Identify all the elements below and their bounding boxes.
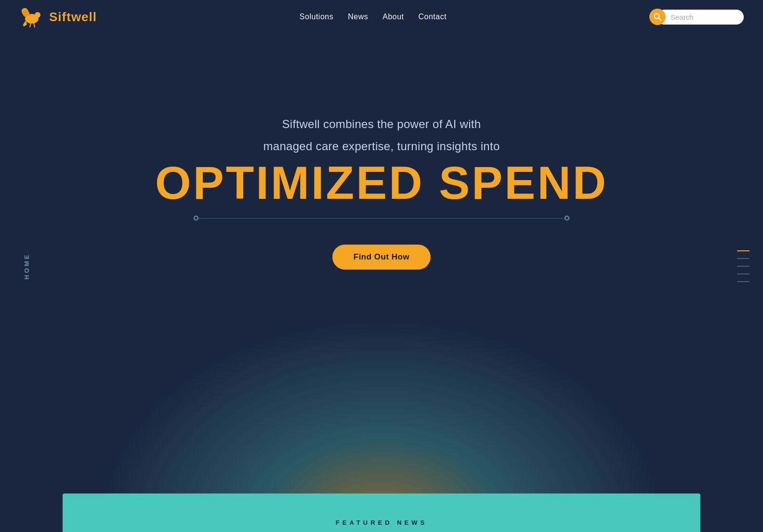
indicator-3[interactable] xyxy=(737,266,750,267)
search-area xyxy=(649,9,744,25)
svg-point-1 xyxy=(35,12,40,18)
svg-line-3 xyxy=(34,23,35,27)
search-icon-button[interactable] xyxy=(649,9,666,25)
nav-news[interactable]: News xyxy=(348,13,368,21)
nav-about[interactable]: About xyxy=(382,13,404,21)
indicator-1[interactable] xyxy=(737,250,750,251)
line-track xyxy=(198,218,565,219)
search-input[interactable] xyxy=(657,10,744,25)
nav-solutions[interactable]: Solutions xyxy=(300,13,333,21)
search-icon xyxy=(654,13,661,21)
slide-indicators xyxy=(737,250,750,282)
hero-subtitle-line2: managed care expertise, turning insights… xyxy=(155,138,608,155)
nav-links: Solutions News About Contact xyxy=(300,13,447,21)
side-home-label: HOME xyxy=(23,253,30,279)
hero-title: OPTIMIZED SPEND xyxy=(155,160,608,206)
logo-icon xyxy=(19,6,44,27)
featured-news-strip: FEATURED NEWS xyxy=(63,493,700,532)
navbar: Siftwell Solutions News About Contact xyxy=(0,0,763,34)
indicator-5[interactable] xyxy=(737,281,750,282)
hero-divider xyxy=(194,216,569,221)
hero-content: Siftwell combines the power of AI with m… xyxy=(155,116,608,270)
indicator-2[interactable] xyxy=(737,258,750,259)
nav-contact[interactable]: Contact xyxy=(419,13,447,21)
line-circle-left xyxy=(194,216,198,221)
find-out-button[interactable]: Find Out How xyxy=(332,245,431,270)
featured-news-label: FEATURED NEWS xyxy=(336,519,427,526)
brand-name: Siftwell xyxy=(49,10,97,25)
svg-line-5 xyxy=(659,18,661,21)
hero-subtitle-line1: Siftwell combines the power of AI with xyxy=(155,116,608,133)
hero-section: Siftwell combines the power of AI with m… xyxy=(0,0,763,532)
logo[interactable]: Siftwell xyxy=(19,6,97,27)
indicator-4[interactable] xyxy=(737,273,750,274)
line-circle-right xyxy=(565,216,569,221)
